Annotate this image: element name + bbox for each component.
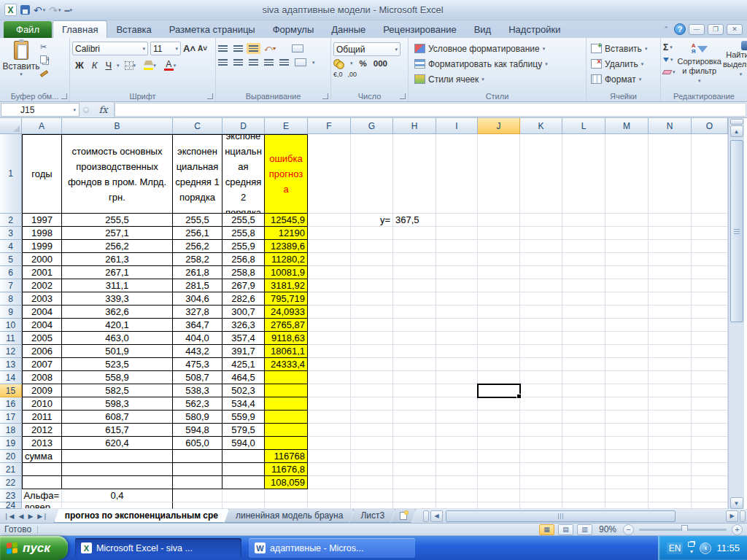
redo-button[interactable]: ↷▾	[49, 4, 61, 16]
cell-F16[interactable]	[308, 397, 351, 411]
cell-G11[interactable]	[351, 332, 393, 345]
row-header-7[interactable]: 7	[0, 279, 22, 292]
cell-N12[interactable]	[649, 345, 692, 358]
cell-J18[interactable]	[478, 424, 520, 437]
cell-K13[interactable]	[520, 358, 562, 371]
cell-D3[interactable]: 255,8	[222, 227, 265, 240]
cell-B20[interactable]	[62, 450, 173, 463]
row-header-17[interactable]: 17	[0, 411, 22, 424]
cell-K9[interactable]	[520, 306, 562, 319]
cell-E3[interactable]: 12190	[265, 227, 308, 240]
cell-F20[interactable]	[308, 450, 351, 463]
cell-C17[interactable]: 580,9	[173, 411, 222, 424]
cell-G13[interactable]	[351, 358, 393, 371]
undo-dropdown-icon[interactable]: ▾	[43, 7, 46, 13]
cell-I10[interactable]	[436, 319, 478, 332]
column-header-I[interactable]: I	[436, 118, 478, 134]
sheet-tab-brown-model[interactable]: линенйная модель брауна	[225, 509, 354, 523]
cell-E20[interactable]: 116768	[265, 450, 308, 463]
cell-J20[interactable]	[478, 450, 520, 463]
cell-O18[interactable]	[692, 424, 728, 437]
cell-G16[interactable]	[351, 397, 393, 411]
cell-H13[interactable]	[393, 358, 436, 371]
cell-L20[interactable]	[562, 450, 605, 463]
cell-G14[interactable]	[351, 371, 393, 384]
cell-J14[interactable]	[478, 371, 520, 384]
cell-E19[interactable]	[265, 437, 308, 450]
cell-F10[interactable]	[308, 319, 351, 332]
scroll-right-arrow[interactable]: ▶	[726, 510, 738, 522]
cell-O4[interactable]	[692, 240, 728, 253]
cell-E14[interactable]	[265, 371, 308, 384]
cell-J23[interactable]	[478, 489, 520, 502]
cell-A22[interactable]	[22, 476, 62, 489]
cell-N18[interactable]	[649, 424, 692, 437]
cell-O14[interactable]	[692, 371, 728, 384]
cell-K18[interactable]	[520, 424, 562, 437]
cell-M15[interactable]	[605, 384, 649, 397]
cell-K23[interactable]	[520, 489, 562, 502]
cell-B15[interactable]: 582,5	[62, 384, 173, 397]
cell-J11[interactable]	[478, 332, 520, 345]
accounting-format-icon[interactable]	[333, 59, 344, 68]
cell-H24[interactable]	[393, 502, 436, 509]
format-cells-button[interactable]: Формат▾	[591, 71, 658, 87]
cell-K19[interactable]	[520, 437, 562, 450]
cell-F19[interactable]	[308, 437, 351, 450]
cell-L16[interactable]	[562, 397, 605, 411]
cell-N17[interactable]	[649, 411, 692, 424]
cell-N6[interactable]	[649, 266, 692, 279]
cell-E7[interactable]: 3181,92	[265, 279, 308, 292]
cell-B9[interactable]: 362,6	[62, 306, 173, 319]
row-header-21[interactable]: 21	[0, 463, 22, 476]
cell-E17[interactable]	[265, 411, 308, 424]
cell-J6[interactable]	[478, 266, 520, 279]
cell-E13[interactable]: 24333,4	[265, 358, 308, 371]
cell-N13[interactable]	[649, 358, 692, 371]
column-header-J[interactable]: J	[478, 118, 520, 134]
paste-dropdown-icon[interactable]: ▾	[20, 71, 23, 77]
tab-file[interactable]: Файл	[4, 21, 52, 38]
cell-O21[interactable]	[692, 463, 728, 476]
cell-H19[interactable]	[393, 437, 436, 450]
tab-page-layout[interactable]: Разметка страницы	[160, 21, 264, 38]
sort-filter-button[interactable]: АЯ Сортировка и фильтр▾	[678, 41, 721, 90]
cell-B13[interactable]: 523,5	[62, 358, 173, 371]
cell-A8[interactable]: 2003	[22, 292, 62, 306]
cell-A12[interactable]: 2006	[22, 345, 62, 358]
cell-L13[interactable]	[562, 358, 605, 371]
cell-D10[interactable]: 326,3	[222, 319, 265, 332]
cell-G1[interactable]	[351, 134, 393, 214]
cell-K1[interactable]	[520, 134, 562, 214]
cell-A3[interactable]: 1998	[22, 227, 62, 240]
cell-L9[interactable]	[562, 306, 605, 319]
save-button[interactable]	[20, 5, 30, 15]
cell-L22[interactable]	[562, 476, 605, 489]
cell-N1[interactable]	[649, 134, 692, 214]
clipboard-dialog-launcher[interactable]	[61, 93, 67, 99]
cell-F15[interactable]	[308, 384, 351, 397]
cell-J10[interactable]	[478, 319, 520, 332]
cell-L6[interactable]	[562, 266, 605, 279]
cell-G10[interactable]	[351, 319, 393, 332]
cell-E1[interactable]: ошибка прогноза	[265, 134, 308, 214]
taskbar-word-window[interactable]: W адаптивные - Micros...	[249, 538, 415, 558]
cell-I7[interactable]	[436, 279, 478, 292]
undo-button[interactable]: ↶▾	[34, 4, 45, 16]
cell-D23[interactable]	[222, 489, 265, 502]
cell-I6[interactable]	[436, 266, 478, 279]
tray-window-icon[interactable]: ▾	[688, 542, 694, 554]
cell-O5[interactable]	[692, 253, 728, 266]
cell-C21[interactable]	[173, 463, 222, 476]
scroll-left-arrow[interactable]: ◀	[430, 510, 443, 522]
cell-J24[interactable]	[478, 502, 520, 509]
cell-M22[interactable]	[605, 476, 649, 489]
cell-E18[interactable]	[265, 424, 308, 437]
horizontal-scroll-thumb[interactable]	[446, 510, 676, 522]
cell-I9[interactable]	[436, 306, 478, 319]
cell-O23[interactable]	[692, 489, 728, 502]
hide-tray-icons-button[interactable]: ‹	[700, 542, 711, 554]
cell-I13[interactable]	[436, 358, 478, 371]
cell-F24[interactable]	[308, 502, 351, 509]
cell-A17[interactable]: 2011	[22, 411, 62, 424]
